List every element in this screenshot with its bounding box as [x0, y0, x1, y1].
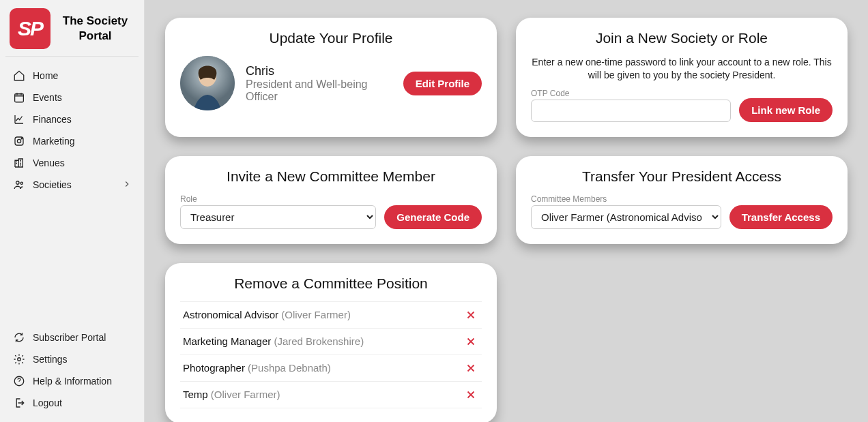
position-person: (Pushpa Debnath) — [248, 362, 331, 374]
card-title: Transfer Your President Access — [531, 168, 833, 185]
remove-button[interactable] — [463, 387, 479, 403]
position-person: (Oliver Farmer) — [281, 309, 351, 320]
remove-row: Astronomical Advisor (Oliver Farmer) — [180, 302, 482, 329]
member-select[interactable]: Oliver Farmer (Astronomical Advisor) — [531, 205, 721, 229]
remove-row: Photographer (Pushpa Debnath) — [180, 355, 482, 382]
bottom-item-label: Settings — [33, 354, 68, 365]
avatar — [180, 56, 235, 110]
otp-input[interactable] — [531, 100, 731, 122]
nav-item-home[interactable]: Home — [5, 65, 139, 87]
join-subtext: Enter a new one-time password to link yo… — [531, 56, 833, 82]
bottom-item-settings[interactable]: Settings — [5, 348, 139, 370]
help-circle-icon — [12, 374, 26, 388]
edit-profile-button[interactable]: Edit Profile — [403, 72, 482, 95]
nav-item-label: Finances — [33, 114, 72, 125]
position-person: (Jared Brokenshire) — [274, 335, 364, 347]
chart-line-icon — [12, 112, 26, 126]
position-role: Astronomical Advisor — [183, 309, 278, 320]
sidebar: SP The Society Portal Home Events Financ… — [0, 0, 145, 422]
bottom-item-logout[interactable]: Logout — [5, 392, 139, 414]
remove-row: Temp (Oliver Farmer) — [180, 382, 482, 408]
position-role: Marketing Manager — [183, 335, 271, 347]
svg-rect-0 — [15, 94, 24, 102]
nav-item-events[interactable]: Events — [5, 87, 139, 108]
card-remove-position: Remove a Committee Position Astronomical… — [165, 263, 497, 422]
nav-item-finances[interactable]: Finances — [5, 108, 139, 130]
nav-item-label: Events — [33, 92, 62, 103]
people-icon — [12, 178, 26, 192]
bottom-item-help[interactable]: Help & Information — [5, 370, 139, 392]
svg-point-4 — [16, 181, 20, 185]
bottom-item-label: Logout — [33, 397, 62, 408]
role-label: Role — [180, 194, 482, 204]
position-person: (Oliver Farmer) — [211, 389, 280, 400]
svg-point-5 — [20, 182, 23, 184]
card-update-profile: Update Your Profile Chris President and … — [165, 18, 497, 137]
nav-item-label: Marketing — [33, 136, 74, 147]
remove-row: Marketing Manager (Jared Brokenshire) — [180, 329, 482, 355]
card-invite-member: Invite a New Committee Member Role Treas… — [165, 156, 497, 244]
card-join-society: Join a New Society or Role Enter a new o… — [516, 18, 848, 137]
nav-item-venues[interactable]: Venues — [5, 152, 139, 174]
gear-icon — [12, 352, 26, 366]
bottom-item-subscriber-portal[interactable]: Subscriber Portal — [5, 327, 139, 348]
profile-role: President and Well-being Officer — [246, 78, 392, 103]
card-title: Invite a New Committee Member — [180, 168, 482, 185]
card-transfer-access: Transfer Your President Access Committee… — [516, 156, 848, 244]
card-title: Update Your Profile — [180, 30, 482, 46]
remove-button[interactable] — [463, 360, 479, 376]
brand: SP The Society Portal — [5, 8, 139, 57]
logout-icon — [12, 396, 26, 410]
nav-item-societies[interactable]: Societies — [5, 174, 139, 196]
join-form-row: OTP Code Link new Role — [531, 89, 833, 122]
profile-row: Chris President and Well-being Officer E… — [180, 56, 482, 110]
home-icon — [12, 69, 26, 82]
bottom-item-label: Help & Information — [33, 376, 112, 387]
nav-item-label: Home — [33, 70, 58, 81]
main-content: Update Your Profile Chris President and … — [145, 0, 868, 422]
logo: SP — [10, 8, 50, 49]
card-title: Remove a Committee Position — [180, 275, 482, 292]
generate-code-button[interactable]: Generate Code — [384, 205, 482, 229]
otp-label: OTP Code — [531, 89, 731, 98]
role-select[interactable]: Treasurer — [180, 205, 376, 229]
refresh-icon — [12, 331, 26, 344]
remove-button[interactable] — [463, 333, 479, 350]
card-title: Join a New Society or Role — [531, 30, 833, 46]
profile-text: Chris President and Well-being Officer — [246, 64, 392, 103]
remove-button[interactable] — [463, 307, 479, 323]
chevron-right-icon — [122, 179, 132, 191]
nav-item-label: Societies — [33, 179, 72, 190]
brand-title: The Society Portal — [56, 14, 134, 44]
bottom-item-label: Subscriber Portal — [33, 332, 106, 343]
svg-point-6 — [18, 358, 21, 361]
profile-name: Chris — [246, 64, 392, 78]
svg-point-2 — [17, 139, 20, 142]
invite-form-row: Treasurer Generate Code — [180, 205, 482, 229]
position-role: Photographer — [183, 362, 245, 374]
position-role: Temp — [183, 389, 208, 400]
transfer-form-row: Oliver Farmer (Astronomical Advisor) Tra… — [531, 205, 833, 229]
nav-item-marketing[interactable]: Marketing — [5, 130, 139, 152]
link-role-button[interactable]: Link new Role — [739, 98, 833, 122]
nav-item-label: Venues — [33, 157, 65, 168]
svg-point-3 — [21, 138, 22, 139]
building-icon — [12, 156, 26, 170]
transfer-access-button[interactable]: Transfer Access — [729, 205, 833, 229]
nav-bottom: Subscriber Portal Settings Help & Inform… — [5, 322, 139, 414]
members-label: Committee Members — [531, 194, 833, 204]
calendar-icon — [12, 91, 26, 104]
nav-main: Home Events Finances Marketing Venues So… — [5, 65, 139, 322]
remove-list: Astronomical Advisor (Oliver Farmer) Mar… — [180, 301, 482, 408]
instagram-icon — [12, 134, 26, 148]
